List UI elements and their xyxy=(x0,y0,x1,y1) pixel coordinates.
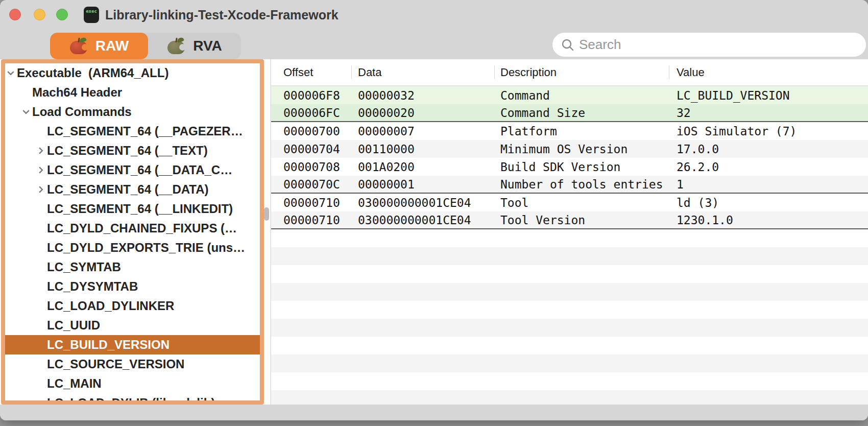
sidebar-item-lc-segment-64-text[interactable]: LC_SEGMENT_64 (__TEXT) xyxy=(5,141,260,160)
sidebar-item-label: Executable (ARM64_ALL) xyxy=(17,66,168,80)
disclosure-chevron-icon xyxy=(36,243,47,253)
disclosure-chevron-icon[interactable] xyxy=(21,107,32,117)
sidebar-item-lc-segment-64-data[interactable]: LC_SEGMENT_64 (__DATA) xyxy=(5,180,260,199)
apple-red-icon xyxy=(69,37,88,55)
sidebar-item-label: LC_LOAD_DYLINKER xyxy=(47,299,174,313)
search-input[interactable] xyxy=(579,37,855,53)
sidebar-item-label: LC_SOURCE_VERSION xyxy=(47,357,184,371)
empty-row xyxy=(271,390,868,405)
sidebar-item-lc-main[interactable]: LC_MAIN xyxy=(5,374,260,393)
sidebar-item-label: LC_BUILD_VERSION xyxy=(47,338,170,352)
sidebar-item-label: LC_SEGMENT_64 (__DATA) xyxy=(47,182,209,197)
tab-raw[interactable]: RAW xyxy=(50,33,148,59)
empty-row xyxy=(271,229,868,247)
sidebar-item-load-commands[interactable]: Load Commands xyxy=(5,102,260,122)
cell-offset: 00000700 xyxy=(271,125,351,138)
sidebar-item-lc-dyld-exports-trie-uns[interactable]: LC_DYLD_EXPORTS_TRIE (uns… xyxy=(5,238,260,257)
search-field[interactable] xyxy=(552,33,866,57)
disclosure-chevron-icon[interactable] xyxy=(36,146,47,156)
sidebar-item-mach64-header[interactable]: Mach64 Header xyxy=(5,83,260,102)
table-row[interactable]: 00000708 001A0200 Build SDK Version 26.2… xyxy=(271,158,868,176)
sidebar-item-label: LC_DYLD_CHAINED_FIXUPS (… xyxy=(47,221,237,235)
disclosure-chevron-icon[interactable] xyxy=(36,184,47,195)
sidebar-item-lc-dysymtab[interactable]: LC_DYSYMTAB xyxy=(5,277,260,296)
cell-value: ld (3) xyxy=(669,196,868,209)
sidebar-item-label: LC_UUID xyxy=(47,318,100,333)
table-row[interactable]: 00000700 00000007 Platform iOS Simulator… xyxy=(271,122,868,140)
sidebar-item-lc-symtab[interactable]: LC_SYMTAB xyxy=(5,257,260,277)
table-row[interactable]: 00000710 030000000001CE04 Tool Version 1… xyxy=(271,211,868,229)
cell-description: Tool Version xyxy=(494,214,669,227)
cell-description: Tool xyxy=(494,196,669,209)
sidebar-item-lc-segment-64-pagezer[interactable]: LC_SEGMENT_64 (__PAGEZER… xyxy=(5,122,260,141)
sidebar-item-label: LC_LOAD_DYLIB (lib…dylib) xyxy=(47,396,215,405)
cell-description: Command Size xyxy=(494,106,669,120)
cell-data: 00000032 xyxy=(351,89,494,102)
sidebar-item-lc-load-dylinker[interactable]: LC_LOAD_DYLINKER xyxy=(5,296,260,316)
header-separator xyxy=(669,65,669,79)
sidebar-item-lc-load-dylib-lib-dylib[interactable]: LC_LOAD_DYLIB (lib…dylib) xyxy=(5,393,260,405)
cell-offset: 00000708 xyxy=(271,160,351,174)
disclosure-chevron-icon xyxy=(36,126,47,137)
disclosure-chevron-icon xyxy=(36,281,47,292)
disclosure-chevron-icon xyxy=(21,87,32,98)
sidebar-item-lc-segment-64-data-c[interactable]: LC_SEGMENT_64 (__DATA_C… xyxy=(5,160,260,180)
table-row[interactable]: 000006FC 00000020 Command Size 32 xyxy=(271,104,868,122)
empty-row xyxy=(271,247,868,265)
cell-value: 32 xyxy=(669,106,868,120)
disclosure-chevron-icon xyxy=(36,223,47,234)
app-window: exec Library-linking-Test-Xcode-Framewor… xyxy=(0,0,868,420)
disclosure-chevron-icon xyxy=(36,262,47,273)
sidebar-item-lc-source-version[interactable]: LC_SOURCE_VERSION xyxy=(5,354,260,374)
search-icon xyxy=(561,38,574,52)
empty-row xyxy=(271,283,868,301)
tab-rva[interactable]: RVA xyxy=(148,33,241,59)
cell-offset: 0000070C xyxy=(271,178,351,191)
empty-row xyxy=(271,265,868,283)
cell-value: LC_BUILD_VERSION xyxy=(669,89,868,102)
cell-offset: 000006FC xyxy=(271,106,351,120)
sidebar-item-lc-segment-64-linkedit[interactable]: LC_SEGMENT_64 (__LINKEDIT) xyxy=(5,199,260,219)
cell-data: 00110000 xyxy=(351,143,494,156)
minimize-button[interactable] xyxy=(34,9,45,20)
disclosure-chevron-icon[interactable] xyxy=(36,165,47,176)
table-row[interactable]: 00000710 030000000001CE04 Tool ld (3) xyxy=(271,194,868,211)
cell-description: Command xyxy=(494,89,669,102)
disclosure-chevron-icon[interactable] xyxy=(6,68,17,79)
close-button[interactable] xyxy=(9,9,21,20)
sidebar-item-executable-arm64-all[interactable]: Executable (ARM64_ALL) xyxy=(5,63,260,83)
cell-description: Build SDK Version xyxy=(494,160,669,174)
cell-data: 030000000001CE04 xyxy=(351,214,494,227)
cell-value: 26.2.0 xyxy=(669,160,868,174)
sidebar-item-lc-dyld-chained-fixups[interactable]: LC_DYLD_CHAINED_FIXUPS (… xyxy=(5,219,260,238)
cell-value: 1 xyxy=(669,178,868,191)
disclosure-chevron-icon xyxy=(36,340,47,350)
column-header-data[interactable]: Data xyxy=(351,66,494,79)
column-header-description[interactable]: Description xyxy=(494,66,669,79)
sidebar-item-label: LC_SYMTAB xyxy=(47,260,121,274)
content-area: Executable (ARM64_ALL) Mach64 Header Loa… xyxy=(0,59,868,405)
sidebar-item-lc-uuid[interactable]: LC_UUID xyxy=(5,316,260,335)
cell-value: iOS Simulator (7) xyxy=(669,125,868,138)
cell-data: 00000007 xyxy=(351,125,494,138)
empty-row xyxy=(271,372,868,390)
table-header: Offset Data Description Value xyxy=(271,59,868,86)
toolbar: RAW RVA xyxy=(0,30,868,59)
pane-splitter-handle[interactable] xyxy=(264,207,269,221)
table-row[interactable]: 00000704 00110000 Minimum OS Version 17.… xyxy=(271,140,868,158)
cell-value: 1230.1.0 xyxy=(669,214,868,227)
empty-row xyxy=(271,319,868,337)
empty-row xyxy=(271,354,868,372)
cell-offset: 00000704 xyxy=(271,143,351,156)
column-header-offset[interactable]: Offset xyxy=(271,66,351,79)
sidebar-item-lc-build-version[interactable]: LC_BUILD_VERSION xyxy=(5,335,260,354)
column-header-value[interactable]: Value xyxy=(669,66,868,79)
zoom-button[interactable] xyxy=(56,9,68,20)
table-row[interactable]: 000006F8 00000032 Command LC_BUILD_VERSI… xyxy=(271,86,868,104)
cell-offset: 000006F8 xyxy=(271,89,351,102)
table-row[interactable]: 0000070C 00000001 Number of tools entrie… xyxy=(271,176,868,194)
sidebar-item-label: LC_SEGMENT_64 (__DATA_C… xyxy=(47,163,232,177)
header-separator xyxy=(351,65,352,79)
empty-row xyxy=(271,301,868,319)
disclosure-chevron-icon xyxy=(36,378,47,389)
